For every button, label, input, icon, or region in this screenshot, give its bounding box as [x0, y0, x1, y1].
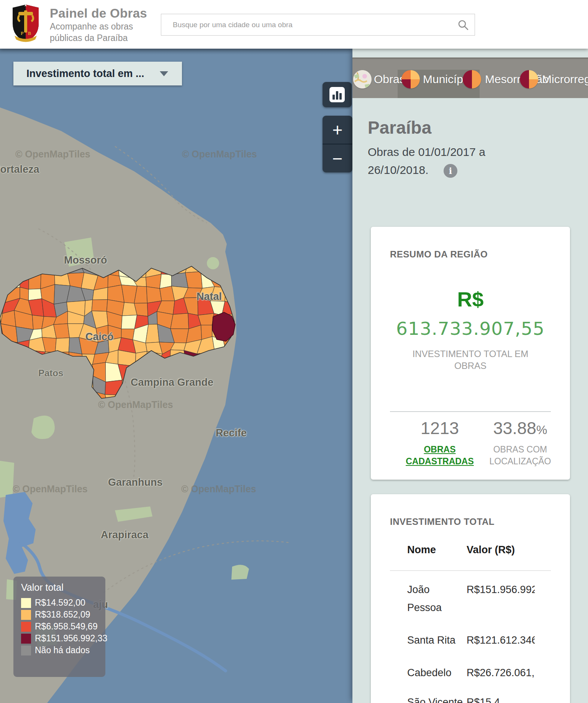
microrregiao-pie-icon — [520, 70, 538, 88]
zoom-out-button[interactable]: − — [323, 144, 352, 172]
table-row[interactable]: João Pessoa R$151.956.992,33 — [390, 571, 551, 617]
summary-card-title: RESUMO DA REGIÃO — [390, 249, 488, 260]
col-header-nome: Nome — [390, 544, 467, 556]
map-attribution: © OpenMapTiles — [98, 399, 173, 410]
app-header: P B Painel de Obras Acompanhe as obras p… — [0, 0, 588, 49]
city-label-caico: Caicó — [85, 331, 114, 343]
works-count: 1213 — [401, 418, 478, 438]
legend-item: Não há dados — [21, 644, 105, 656]
chart-toggle-button[interactable] — [323, 82, 352, 107]
municipio-pie-icon — [401, 70, 420, 88]
svg-text:B: B — [28, 31, 31, 36]
zoom-in-button[interactable]: + — [323, 116, 352, 144]
chevron-down-icon — [160, 71, 168, 76]
col-header-valor: Valor (R$) — [467, 544, 535, 556]
investment-card-title: INVESTIMENTO TOTAL — [390, 516, 495, 527]
total-investment-value: 613.733.907,55 — [371, 318, 570, 339]
city-label-campina-grande: Campina Grande — [131, 377, 213, 388]
city-label-fortaleza: Fortaleza — [0, 164, 39, 175]
legend-swatch-darkred — [21, 634, 31, 644]
table-row[interactable]: Cabedelo R$26.726.061, — [390, 649, 551, 682]
info-icon[interactable]: i — [444, 164, 457, 178]
total-investment-label-2: OBRAS — [371, 361, 570, 371]
view-tabbar: Obras Município Mesorregião Microrregião — [352, 57, 588, 98]
search-icon[interactable] — [452, 19, 475, 31]
date-range-line2: 26/10/2018. — [368, 164, 428, 177]
percent-sign: % — [536, 423, 547, 437]
tab-mesorregiao[interactable]: Mesorregião — [485, 73, 549, 86]
card-divider — [390, 411, 551, 412]
mesorregiao-pie-icon — [463, 70, 481, 88]
investment-table-card: INVESTIMENTO TOTAL Nome Valor (R$) João … — [371, 494, 570, 703]
svg-text:P: P — [21, 31, 23, 36]
table-row[interactable]: São Vicente R$15.4 — [390, 682, 551, 703]
localization-label: OBRAS COM LOCALIZAÇÃO — [482, 444, 559, 467]
city-label-patos: Patos — [38, 368, 63, 379]
tce-pb-logo: P B — [11, 3, 41, 43]
region-summary-card: RESUMO DA REGIÃO R$ 613.733.907,55 INVES… — [371, 227, 570, 480]
city-label-garanhuns: Garanhuns — [108, 477, 163, 488]
map-thumbnail-icon — [353, 70, 372, 88]
works-count-link[interactable]: OBRAS CADASTRADAS — [401, 444, 478, 467]
map-attribution: © OpenMapTiles — [13, 483, 88, 495]
city-label-natal: Natal — [197, 291, 222, 303]
details-panel: Obras Município Mesorregião Microrregião… — [352, 49, 588, 703]
city-label-mossoro: Mossoró — [64, 254, 107, 266]
map-attribution: © OpenMapTiles — [182, 149, 257, 160]
metric-dropdown-label: Investimento total em ... — [26, 68, 157, 80]
tab-obras[interactable]: Obras — [374, 73, 405, 86]
legend-title: Valor total — [21, 582, 105, 593]
search-input[interactable] — [161, 21, 452, 29]
map-attribution: © OpenMapTiles — [181, 483, 256, 495]
legend-swatch-orange — [21, 610, 31, 620]
localization-percent: 33.88% — [482, 418, 559, 438]
region-title: Paraíba — [368, 117, 431, 138]
legend-item: R$14.592,00 — [21, 597, 105, 609]
legend-swatch-red — [21, 622, 31, 632]
legend-swatch-yellow — [21, 598, 31, 608]
table-row[interactable]: Santa Rita R$121.612.346, — [390, 617, 551, 649]
city-label-recife: Recife — [216, 427, 247, 439]
localized-works-stat: 33.88% OBRAS COM LOCALIZAÇÃO — [482, 418, 559, 467]
search-box — [161, 14, 475, 36]
app-title: Painel de Obras — [50, 6, 147, 21]
legend-item: R$6.958.549,69 — [21, 621, 105, 633]
registered-works-stat: 1213 OBRAS CADASTRADAS — [401, 418, 478, 467]
tab-microrregiao[interactable]: Microrregião — [542, 73, 588, 86]
map-legend: Valor total R$14.592,00 R$318.652,09 R$6… — [13, 577, 105, 677]
app-subtitle: Acompanhe as obras públicas da Paraíba — [50, 21, 147, 44]
painel-de-obras-app: Fortaleza Mossoró Natal Caicó Patos Camp… — [0, 0, 588, 703]
table-header-row: Nome Valor (R$) — [390, 544, 551, 556]
legend-swatch-gray — [21, 646, 31, 655]
investment-table: Nome Valor (R$) João Pessoa R$151.956.99… — [390, 544, 551, 703]
legend-item: R$151.956.992,33 — [21, 633, 105, 644]
map-zoom-control: + − — [323, 116, 352, 172]
bar-chart-icon — [329, 87, 345, 102]
total-investment-label: INVESTIMENTO TOTAL EM — [371, 349, 570, 359]
legend-item: R$318.652,09 — [21, 609, 105, 621]
date-range-line1: Obras de 01/01/2017 a — [368, 146, 485, 159]
currency-symbol: R$ — [371, 287, 570, 311]
metric-dropdown[interactable]: Investimento total em ... — [13, 62, 182, 85]
city-label-arapiraca: Arapiraca — [101, 529, 149, 541]
map-attribution: © OpenMapTiles — [15, 149, 90, 160]
